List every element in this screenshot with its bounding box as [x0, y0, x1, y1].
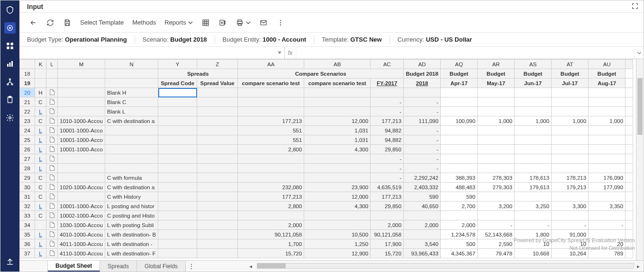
- cell[interactable]: [197, 164, 238, 173]
- cell[interactable]: 79,478: [478, 249, 515, 258]
- table-icon[interactable]: [201, 18, 210, 27]
- cell[interactable]: [197, 173, 238, 183]
- cell[interactable]: [197, 126, 238, 135]
- upload-icon[interactable]: [4, 255, 16, 267]
- document-icon[interactable]: [50, 184, 54, 190]
- cell[interactable]: [441, 97, 478, 107]
- cell[interactable]: [105, 145, 158, 154]
- cell[interactable]: -: [404, 145, 441, 154]
- col-header[interactable]: AA: [238, 60, 304, 69]
- document-icon[interactable]: [50, 231, 54, 237]
- document-icon[interactable]: [50, 222, 54, 228]
- tab-spreads[interactable]: Spreads: [100, 261, 137, 272]
- cell[interactable]: [58, 97, 105, 107]
- cell[interactable]: [589, 211, 626, 220]
- cell[interactable]: [404, 211, 441, 220]
- cell[interactable]: 4,635,519: [371, 183, 404, 192]
- cell[interactable]: C with formula: [105, 173, 158, 183]
- col-header[interactable]: Z: [197, 60, 238, 69]
- col-header[interactable]: L: [46, 60, 58, 69]
- row-header[interactable]: 24: [20, 126, 35, 135]
- cell[interactable]: 179,213: [552, 183, 589, 192]
- cell[interactable]: 177,213: [238, 116, 304, 126]
- cell[interactable]: [58, 164, 105, 173]
- cell[interactable]: 590: [441, 192, 478, 202]
- cell[interactable]: 177,090: [589, 183, 626, 192]
- cell[interactable]: [441, 107, 478, 116]
- cell[interactable]: 29,850: [371, 145, 404, 154]
- cell[interactable]: L: [35, 230, 46, 239]
- col-header[interactable]: AB: [304, 60, 371, 69]
- cell[interactable]: 789: [589, 249, 626, 258]
- cell[interactable]: [197, 220, 238, 230]
- formula-input[interactable]: [296, 47, 634, 59]
- cell[interactable]: [158, 164, 197, 173]
- cell[interactable]: 10001-1000-Acco: [58, 202, 105, 211]
- document-icon[interactable]: [50, 146, 54, 152]
- cell[interactable]: 10001-1000-Acco: [58, 135, 105, 145]
- cell[interactable]: [441, 164, 478, 173]
- cell[interactable]: [515, 107, 552, 116]
- cell[interactable]: [478, 88, 515, 97]
- cell[interactable]: -: [589, 220, 626, 230]
- cell[interactable]: [371, 211, 404, 220]
- row-header[interactable]: 33: [20, 211, 35, 220]
- cell[interactable]: 2,292,242: [404, 173, 441, 183]
- cell[interactable]: L: [35, 126, 46, 135]
- document-icon[interactable]: [50, 127, 54, 133]
- cell[interactable]: H: [35, 88, 46, 97]
- cell[interactable]: 179,613: [515, 183, 552, 192]
- row-header[interactable]: 20: [20, 88, 35, 97]
- cell[interactable]: [105, 154, 158, 164]
- cell[interactable]: 2,700: [441, 202, 478, 211]
- cell[interactable]: [197, 192, 238, 202]
- cell[interactable]: 1020-1000-Accou: [58, 183, 105, 192]
- document-icon[interactable]: [50, 165, 54, 171]
- cell[interactable]: 178,613: [515, 173, 552, 183]
- cell[interactable]: 40,650: [404, 202, 441, 211]
- row-header[interactable]: 29: [20, 173, 35, 183]
- row-header[interactable]: 30: [20, 183, 35, 192]
- cell[interactable]: 90,121,058: [371, 230, 404, 239]
- cell[interactable]: [46, 230, 58, 239]
- cell[interactable]: [158, 97, 197, 107]
- cell[interactable]: Blank C: [105, 97, 158, 107]
- tab-global-fields[interactable]: Global Fields: [137, 261, 186, 272]
- cell[interactable]: L: [35, 135, 46, 145]
- cell[interactable]: -: [404, 126, 441, 135]
- cell[interactable]: [46, 116, 58, 126]
- cell[interactable]: [552, 107, 589, 116]
- row-header[interactable]: 31: [20, 192, 35, 202]
- cell[interactable]: L with destination -: [105, 239, 158, 249]
- cell[interactable]: [158, 202, 197, 211]
- document-icon[interactable]: [50, 203, 54, 209]
- cell[interactable]: 1,000: [552, 116, 589, 126]
- cell[interactable]: [197, 135, 238, 145]
- cell[interactable]: C: [35, 192, 46, 202]
- cell[interactable]: [552, 145, 589, 154]
- cell[interactable]: 388,393: [441, 173, 478, 183]
- row-header[interactable]: 19: [20, 79, 35, 88]
- cell[interactable]: 3,200: [478, 202, 515, 211]
- name-box[interactable]: [19, 47, 285, 59]
- cell[interactable]: [46, 88, 58, 97]
- row-header[interactable]: 37: [20, 249, 35, 258]
- cell[interactable]: [58, 88, 105, 97]
- cell[interactable]: [304, 220, 371, 230]
- cell[interactable]: [158, 107, 197, 116]
- col-header[interactable]: AR: [478, 60, 515, 69]
- cell[interactable]: 52,143,668: [478, 230, 515, 239]
- cell[interactable]: [515, 211, 552, 220]
- cell[interactable]: 2,590: [478, 239, 515, 249]
- cell[interactable]: 1,234,578: [441, 230, 478, 239]
- cell[interactable]: [238, 164, 304, 173]
- cell[interactable]: 176,090: [589, 173, 626, 183]
- cell[interactable]: [238, 97, 304, 107]
- cell[interactable]: 10,264: [552, 249, 589, 258]
- print-button[interactable]: [236, 18, 251, 27]
- cell[interactable]: [105, 164, 158, 173]
- cell[interactable]: [46, 145, 58, 154]
- cell[interactable]: L: [35, 164, 46, 173]
- cell[interactable]: L with destination- B: [105, 230, 158, 239]
- cell[interactable]: [197, 116, 238, 126]
